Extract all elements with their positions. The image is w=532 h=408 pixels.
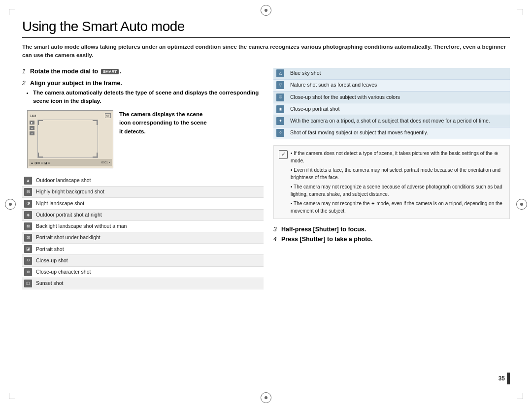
blue-icon-cell: ◉	[273, 103, 287, 115]
blue-icon: △	[276, 69, 284, 77]
cam-icon-3: ⊙	[30, 131, 34, 135]
step-2: 2 Align your subject in the frame. The c…	[22, 80, 264, 106]
cam-shot-count: 0001 ▪	[101, 161, 110, 164]
scene-label: Portrait shot	[34, 244, 264, 255]
scene-icon-cell: ▲	[22, 175, 34, 187]
scene-icon-cell: ⊟	[22, 187, 34, 198]
scene-label: Close-up shot	[34, 255, 264, 266]
bottom-steps: 3 Half-press [Shutter] to focus. 4 Press…	[273, 226, 510, 243]
cam-icon-2: ◈	[30, 126, 34, 130]
corner-mark-tl	[9, 9, 15, 15]
compass-top	[261, 5, 271, 16]
step-2-number: 2	[22, 80, 28, 87]
blue-icon-cell: ✦	[273, 115, 287, 127]
blue-icon-cell: ◎	[273, 91, 287, 103]
page-title: Using the Smart Auto mode	[22, 19, 510, 38]
note-bullet: • If the camera does not detect a type o…	[291, 150, 504, 164]
camera-screen: 14M AF ▶ ◈ ⊙ ▲ ◑ ⊠ ⊡ ◪	[27, 110, 113, 168]
corner-mark-br	[517, 393, 523, 399]
step-1-number: 1	[22, 68, 28, 75]
blue-scene-label: Shot of fast moving subject or subject t…	[287, 127, 510, 139]
camera-left-icons: ▶ ◈ ⊙	[30, 121, 34, 135]
scene-icon: ◈	[24, 211, 32, 219]
blue-icon: ✦	[276, 117, 284, 125]
note-icon: ✓	[279, 150, 288, 159]
scene-icon: ⊛	[24, 268, 32, 276]
scene-icon-cell: ◪	[22, 244, 34, 255]
scene-icon: ⊠	[24, 222, 32, 230]
blue-icon: ◉	[276, 105, 284, 113]
blue-scene-label: With the camera on a tripod, a shot of a…	[287, 115, 510, 127]
blue-scene-row: ✦ With the camera on a tripod, a shot of…	[273, 115, 510, 127]
focus-br	[93, 153, 98, 157]
scene-row: ⊡ Portrait shot under backlight	[22, 232, 264, 244]
scene-icon-cell: ⊛	[22, 266, 34, 278]
note-bullet: • The camera may not recognize a scene b…	[291, 183, 504, 198]
right-column: △ Blue sky shot ▽ Nature shot such as fo…	[273, 68, 510, 292]
blue-scene-label: Nature shot such as forest and leaves	[287, 79, 510, 91]
scene-icon: ⊡	[24, 234, 32, 242]
blue-icon-cell: △	[273, 68, 287, 80]
camera-display-wrapper: 14M AF ▶ ◈ ⊙ ▲ ◑ ⊠ ⊡ ◪	[27, 110, 264, 168]
note-bullet: • The camera may not recognize the ✦ mod…	[291, 200, 504, 215]
blue-scene-row: ▽ Nature shot such as forest and leaves	[273, 79, 510, 91]
focus-tr	[93, 120, 98, 125]
corner-mark-tr	[517, 9, 523, 15]
focus-tl	[38, 120, 43, 125]
scene-icon-cell: ⊙	[22, 255, 34, 266]
camera-af-indicator: AF	[105, 113, 111, 118]
smart-icon: SMART	[101, 69, 119, 74]
compass-left	[5, 199, 16, 210]
scene-row: ◫ Sunset shot	[22, 278, 264, 289]
scene-row: ⊠ Backlight landscape shot without a man	[22, 220, 264, 232]
scene-row: ⊟ Highly bright background shot	[22, 187, 264, 198]
blue-scene-label: Close-up portrait shot	[287, 103, 510, 115]
blue-scene-row: ✧ Shot of fast moving subject or subject…	[273, 127, 510, 139]
scene-icon-cell: ◈	[22, 209, 34, 220]
step-1-text: Rotate the mode dial to SMART.	[30, 68, 122, 75]
corner-mark-bl	[9, 393, 15, 399]
page-num-text: 35	[499, 375, 505, 382]
scene-row: ◑ Night landscape shot	[22, 198, 264, 209]
left-column: 1 Rotate the mode dial to SMART. 2 Align…	[22, 68, 264, 292]
compass-right	[516, 199, 527, 210]
step-2-text: Align your subject in the frame.	[30, 80, 122, 87]
note-bullet: • Even if it detcts a face, the camera m…	[291, 166, 504, 181]
page-num-bar	[507, 373, 510, 384]
scene-icon: ⊟	[24, 188, 32, 196]
scene-row: ⊛ Close-up character shot	[22, 266, 264, 278]
camera-resolution: 14M	[30, 114, 36, 118]
scene-label: Outdoor portrait shot at night	[34, 209, 264, 220]
scene-icon: ⊙	[24, 257, 32, 265]
scene-icon-cell: ⊠	[22, 220, 34, 232]
blue-scene-row: ◎ Close-up shot for the subject with var…	[273, 91, 510, 103]
page-number: 35	[499, 373, 510, 384]
scene-icon: ◪	[24, 245, 32, 253]
scene-label: Night landscape shot	[34, 198, 264, 209]
blue-scene-row: △ Blue sky shot	[273, 68, 510, 80]
focus-bl	[38, 153, 43, 157]
scene-icon: ◑	[24, 200, 32, 208]
blue-icon: ◎	[276, 94, 284, 101]
note-box: ✓ • If the camera does not detect a type…	[273, 145, 510, 219]
camera-caption: The camera displays the scene icon corre…	[119, 110, 208, 136]
step-3-number: 3	[273, 226, 279, 233]
blue-icon: ▽	[276, 81, 284, 89]
scene-icon-cell: ◫	[22, 278, 34, 289]
note-text: • If the camera does not detect a type o…	[291, 150, 504, 215]
cam-icon-1: ▶	[30, 121, 34, 125]
scene-label: Backlight landscape shot without a man	[34, 220, 264, 232]
camera-viewfinder	[37, 120, 98, 158]
cam-icon-row: ▲ ◑ ⊠ ⊡ ◪ ⊙	[31, 161, 50, 164]
scene-icon-cell: ⊡	[22, 232, 34, 244]
scene-table-right: △ Blue sky shot ▽ Nature shot such as fo…	[273, 68, 510, 139]
scene-row: ⊙ Close-up shot	[22, 255, 264, 266]
scene-label: Outdoor landscape shot	[34, 175, 264, 187]
blue-icon: ✧	[276, 129, 284, 137]
compass-bottom	[261, 392, 271, 403]
scene-row: ◪ Portrait shot	[22, 244, 264, 255]
step-4: 4 Press [Shutter] to take a photo.	[273, 236, 510, 243]
step-1: 1 Rotate the mode dial to SMART.	[22, 68, 264, 75]
blue-icon-cell: ✧	[273, 127, 287, 139]
scene-label: Highly bright background shot	[34, 187, 264, 198]
